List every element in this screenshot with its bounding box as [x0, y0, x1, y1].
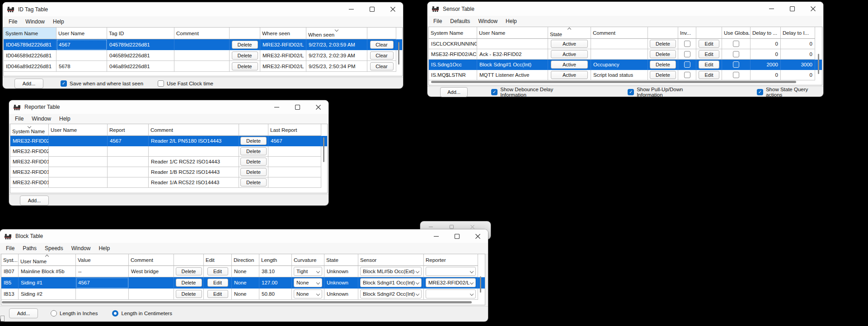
col-header-delete[interactable]	[648, 27, 678, 39]
length-cell[interactable]: 127.00	[259, 277, 292, 289]
table-row[interactable]: MRE32-RFID02/J Delete	[10, 146, 327, 157]
comment-cell[interactable]	[129, 289, 174, 300]
vertical-scrollbar-thumb[interactable]	[398, 42, 399, 65]
col-header-delete[interactable]	[174, 254, 204, 266]
report-cell[interactable]	[108, 157, 149, 167]
delete-button[interactable]: Delete	[240, 158, 267, 166]
delay-inactive-cell[interactable]: 0	[781, 49, 815, 60]
col-header-comment[interactable]: Comment	[129, 254, 174, 266]
col-header-delay-active[interactable]: Delay to ...	[751, 27, 781, 39]
menu-window[interactable]: Window	[21, 18, 49, 26]
use-global-checkbox[interactable]	[733, 61, 739, 68]
col-header-comment[interactable]: Comment	[174, 28, 230, 39]
save-when-where-checkbox[interactable]	[61, 80, 67, 87]
user-name-cell[interactable]: MQTT Listener Active	[477, 70, 548, 80]
delay-active-cell[interactable]: 2000	[751, 60, 781, 70]
comment-cell[interactable]: Reader 1/C RC522 ISO14443	[149, 157, 239, 167]
user-name-cell[interactable]	[49, 136, 108, 146]
show-debounce-checkbox[interactable]	[491, 89, 497, 95]
reporter-select[interactable]	[426, 267, 476, 276]
menu-file[interactable]: File	[429, 17, 446, 25]
maximize-button[interactable]	[446, 229, 467, 243]
comment-cell[interactable]	[174, 50, 230, 61]
table-row[interactable]: MRE32-RFID01/B Reader 1/B RC522 ISO14443…	[10, 167, 327, 177]
edit-button[interactable]: Edit	[207, 267, 228, 275]
col-header-curvature[interactable]: Curvature	[292, 254, 324, 266]
col-header-user-name[interactable]: User Name	[477, 27, 548, 39]
delay-inactive-cell[interactable]: 0	[781, 70, 815, 80]
report-cell[interactable]: 4567	[108, 136, 149, 146]
maximize-button[interactable]	[361, 2, 382, 16]
delete-button[interactable]: Delete	[232, 51, 258, 60]
idtag-titlebar[interactable]: ID Tag Table	[3, 2, 403, 16]
add-button[interactable]: Add...	[20, 196, 49, 205]
add-button[interactable]: Add...	[14, 79, 43, 88]
user-name-cell[interactable]: Siding #1	[19, 277, 76, 289]
user-name-cell[interactable]	[56, 50, 107, 61]
inverted-checkbox[interactable]	[684, 41, 690, 47]
clear-button[interactable]: Clear	[370, 51, 394, 60]
menu-paths[interactable]: Paths	[19, 244, 41, 252]
table-row[interactable]: IS.MQ$LSTNR MQTT Listener Active Active …	[429, 70, 822, 80]
curvature-select[interactable]: Tight	[294, 267, 322, 276]
state-button[interactable]: Active	[551, 71, 588, 79]
report-cell[interactable]	[108, 167, 149, 177]
col-header-comment[interactable]: Comment	[591, 27, 648, 39]
minimize-button[interactable]	[266, 100, 287, 114]
show-pullup-checkbox[interactable]	[628, 89, 634, 95]
maximize-button[interactable]	[287, 100, 308, 114]
edit-button[interactable]: Edit	[699, 40, 719, 48]
menu-defaults[interactable]: Defaults	[446, 17, 474, 25]
delete-button[interactable]: Delete	[240, 137, 267, 145]
user-name-cell[interactable]	[477, 39, 548, 49]
delete-button[interactable]: Delete	[176, 290, 202, 298]
col-header-user-name[interactable]: User Name	[56, 28, 107, 39]
col-header-clear[interactable]	[367, 28, 396, 39]
sensor-select[interactable]: Block Sdng#1 Occ(Int)	[360, 278, 422, 287]
delete-button[interactable]: Delete	[240, 178, 267, 186]
col-header-system-name[interactable]: Syst...	[1, 254, 19, 266]
value-cell[interactable]	[76, 289, 129, 300]
menu-help[interactable]: Help	[49, 18, 68, 26]
use-global-checkbox[interactable]	[733, 51, 739, 57]
delete-button[interactable]: Delete	[232, 41, 258, 49]
table-row[interactable]: ID045789d2226d81 4567 045789d2226d81 Del…	[4, 39, 402, 50]
delete-button[interactable]: Delete	[240, 147, 267, 155]
delete-button[interactable]: Delete	[176, 279, 202, 287]
comment-cell[interactable]: Occupancy	[591, 60, 648, 70]
close-button[interactable]	[802, 2, 823, 16]
table-row[interactable]: ID046589d2226d81 046589d2226d81 Delete M…	[4, 50, 402, 61]
close-button[interactable]	[467, 229, 488, 243]
close-button[interactable]	[308, 100, 328, 114]
user-name-cell[interactable]: 4567	[56, 39, 107, 50]
curvature-select[interactable]: None	[294, 278, 322, 287]
table-row[interactable]: MRE32-RFID01/A Reader 1/A RC522 ISO14443…	[10, 177, 327, 188]
inverted-checkbox[interactable]	[684, 61, 690, 68]
col-header-direction[interactable]: Direction	[232, 254, 259, 266]
inverted-checkbox[interactable]	[684, 51, 690, 57]
delay-inactive-cell[interactable]: 0	[781, 39, 815, 49]
col-header-comment[interactable]: Comment	[149, 124, 239, 136]
horizontal-scrollbar-thumb[interactable]	[431, 81, 796, 83]
add-button[interactable]: Add...	[9, 308, 38, 318]
inverted-checkbox[interactable]	[684, 72, 690, 78]
reporter-select[interactable]	[426, 289, 476, 298]
col-header-use-global[interactable]: Use Globa...	[722, 27, 751, 39]
col-header-edit[interactable]	[696, 27, 722, 39]
delay-active-cell[interactable]: 0	[751, 39, 781, 49]
value-cell[interactable]: --	[76, 266, 129, 277]
table-row[interactable]: ID046a89d2226d81 5678 046a89d2226d81 Del…	[4, 61, 402, 72]
fast-clock-checkbox[interactable]	[158, 80, 164, 87]
col-header-length[interactable]: Length	[259, 254, 292, 266]
comment-cell[interactable]	[149, 146, 239, 157]
menu-help[interactable]: Help	[55, 115, 75, 123]
delete-button[interactable]: Delete	[176, 267, 202, 275]
clear-button[interactable]: Clear	[370, 62, 394, 70]
delete-button[interactable]: Delete	[650, 50, 676, 58]
col-header-inverted[interactable]: Inv...	[678, 27, 696, 39]
col-header-user-name[interactable]: User Name	[19, 254, 76, 266]
reporter-select[interactable]: MRE32-RFID02/L	[426, 278, 476, 287]
comment-cell[interactable]: West bridge	[129, 266, 174, 277]
delay-active-cell[interactable]: 0	[751, 49, 781, 60]
user-name-cell[interactable]	[49, 146, 108, 157]
